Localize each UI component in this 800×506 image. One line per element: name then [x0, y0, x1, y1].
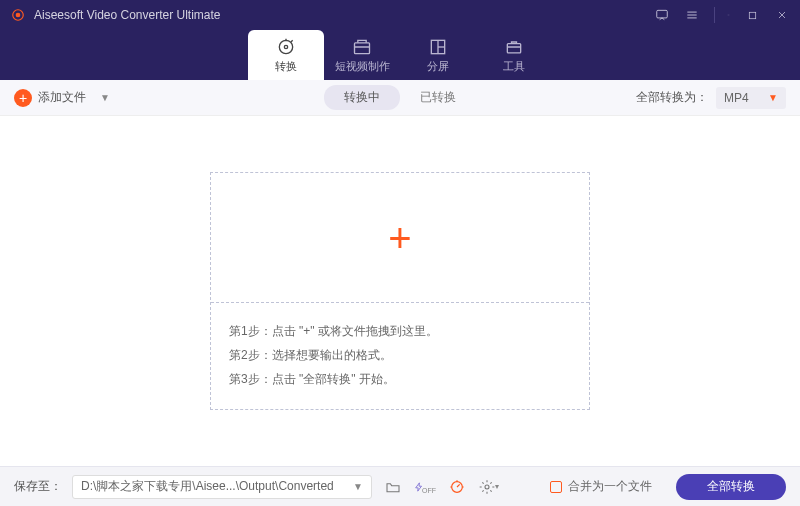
add-file-button[interactable]: + 添加文件 ▼ [14, 89, 110, 107]
main-area: + 第1步：点击 "+" 或将文件拖拽到这里。 第2步：选择想要输出的格式。 第… [0, 116, 800, 466]
step2-text: 第2步：选择想要输出的格式。 [229, 343, 571, 367]
close-button[interactable] [774, 7, 790, 23]
tab-convert-label: 转换 [275, 59, 297, 74]
convert-all-button[interactable]: 全部转换 [676, 474, 786, 500]
mv-icon [352, 37, 372, 57]
svg-point-1 [16, 13, 20, 17]
tab-collage[interactable]: 分屏 [400, 30, 476, 80]
high-speed-button[interactable] [446, 476, 468, 498]
app-title: Aiseesoft Video Converter Ultimate [34, 8, 221, 22]
svg-point-18 [485, 485, 489, 489]
menu-icon[interactable] [684, 7, 700, 23]
tab-convert[interactable]: 转换 [248, 30, 324, 80]
step1-text: 第1步：点击 "+" 或将文件拖拽到这里。 [229, 319, 571, 343]
titlebar: Aiseesoft Video Converter Ultimate [0, 0, 800, 30]
chevron-down-icon: ▼ [768, 92, 778, 103]
dropzone[interactable]: + 第1步：点击 "+" 或将文件拖拽到这里。 第2步：选择想要输出的格式。 第… [210, 172, 590, 410]
tab-toolbox[interactable]: 工具 [476, 30, 552, 80]
maximize-button[interactable] [744, 7, 760, 23]
toolbar: + 添加文件 ▼ 转换中 已转换 全部转换为： MP4 ▼ [0, 80, 800, 116]
merge-checkbox[interactable]: 合并为一个文件 [550, 478, 652, 495]
tab-mv[interactable]: 短视频制作 [324, 30, 400, 80]
feedback-icon[interactable] [654, 7, 670, 23]
tab-mv-label: 短视频制作 [335, 59, 390, 74]
main-tabs: 转换 短视频制作 分屏 工具 [0, 30, 800, 80]
collage-icon [428, 37, 448, 57]
chevron-down-icon[interactable]: ▼ [100, 92, 110, 103]
svg-rect-16 [507, 43, 520, 52]
svg-rect-12 [355, 42, 370, 53]
svg-point-10 [279, 40, 292, 53]
minimize-button[interactable] [714, 7, 730, 23]
output-path-dropdown[interactable]: D:\脚本之家下载专用\Aisee...\Output\Converted ▼ [72, 475, 372, 499]
merge-label: 合并为一个文件 [568, 478, 652, 495]
svg-rect-2 [657, 10, 668, 18]
open-folder-button[interactable] [382, 476, 404, 498]
step3-text: 第3步：点击 "全部转换" 开始。 [229, 367, 571, 391]
hw-accel-button[interactable]: OFF [414, 476, 436, 498]
tab-toolbox-label: 工具 [503, 59, 525, 74]
checkbox-icon [550, 481, 562, 493]
subtab-converted[interactable]: 已转换 [400, 85, 476, 110]
svg-point-11 [284, 45, 287, 48]
save-to-label: 保存至： [14, 478, 62, 495]
toolbox-icon [504, 37, 524, 57]
dropzone-target[interactable]: + [211, 173, 589, 303]
convert-all-to-label: 全部转换为： [636, 89, 708, 106]
big-plus-icon: + [388, 218, 411, 258]
app-logo-icon [10, 7, 26, 23]
settings-button[interactable]: ▾ [478, 476, 500, 498]
chevron-down-icon: ▼ [353, 481, 363, 492]
plus-icon: + [14, 89, 32, 107]
add-file-label: 添加文件 [38, 89, 86, 106]
output-format-value: MP4 [724, 91, 749, 105]
convert-icon [276, 37, 296, 57]
tab-collage-label: 分屏 [427, 59, 449, 74]
output-path-value: D:\脚本之家下载专用\Aisee...\Output\Converted [81, 478, 334, 495]
dropzone-steps: 第1步：点击 "+" 或将文件拖拽到这里。 第2步：选择想要输出的格式。 第3步… [211, 303, 589, 409]
subtab-converting[interactable]: 转换中 [324, 85, 400, 110]
output-format-dropdown[interactable]: MP4 ▼ [716, 87, 786, 109]
svg-rect-7 [749, 12, 755, 18]
bottombar: 保存至： D:\脚本之家下载专用\Aisee...\Output\Convert… [0, 466, 800, 506]
